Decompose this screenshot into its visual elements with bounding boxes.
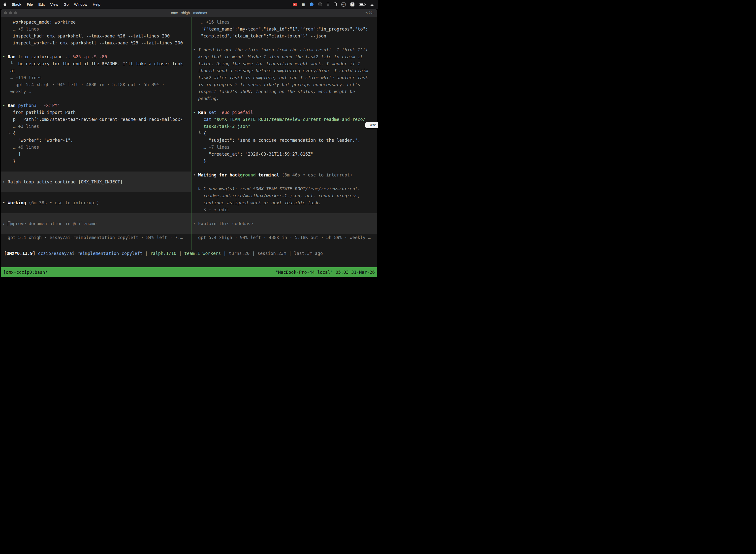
terminal-line: at (1, 67, 191, 74)
terminal-text (193, 117, 203, 122)
menu-file[interactable]: File (24, 2, 36, 6)
device-icon[interactable] (334, 2, 336, 6)
terminal-line (1, 165, 191, 171)
terminal-text: … +110 lines (2, 75, 42, 80)
terminal-text: … +16 lines (193, 19, 230, 24)
menu-go[interactable]: Go (61, 2, 71, 6)
terminal-text: weekly … (2, 89, 31, 94)
terminal-text: last:3m ago (294, 251, 323, 256)
terminal-text: p = Path('.omx/state/team/review-current… (2, 117, 183, 122)
window-title: omx --xhigh --madmax (1, 9, 377, 17)
terminal-line: tasks/task-2.json" (191, 123, 377, 130)
terminal-text: "created_at": "2026-03-31T11:59:27.816Z" (193, 152, 313, 157)
terminal-line (191, 102, 377, 109)
terminal-line: [OMX#0.11.9] cczip/essay/ai-reimplementa… (2, 250, 377, 257)
terminal-text: [OMX#0.11.9] (4, 251, 38, 256)
terminal-line: • I need to get the claim token from the… (191, 46, 377, 53)
terminal-text: turns:20 (229, 251, 250, 256)
terminal-line: task2 after task1 is complete, but can I… (191, 74, 377, 81)
window-shortcut-badge: ⌥⌘1 (365, 9, 374, 17)
terminal-line: … +3 lines (1, 123, 191, 130)
terminal-text: should send a message before completing … (193, 68, 368, 73)
terminal-text: continue assigned work or next feasible … (193, 200, 321, 205)
terminal-text: inspect task2's JSON, focusing on the st… (193, 89, 355, 94)
terminal-text: | (142, 251, 150, 256)
terminal-line: └ { (1, 130, 191, 137)
terminal-text: ] (2, 152, 21, 157)
terminal-line: } (191, 158, 377, 165)
terminal-line: └ be necessary for the end of the README… (1, 60, 191, 67)
window-titlebar[interactable]: × omx --xhigh --madmax ⌥⌘1 (1, 9, 377, 17)
terminal-text: … +9 lines (2, 145, 39, 150)
input-source-icon[interactable]: A (351, 2, 355, 6)
menu-help[interactable]: Help (90, 2, 103, 6)
terminal-text: ⌥ + ↑ edit (193, 207, 230, 212)
menubar: SlackFileEditViewGoWindowHelp ▦ ⠿ 61 A (0, 0, 378, 9)
terminal-text: set (208, 110, 219, 115)
terminal-text: from pathlib import Path (2, 110, 76, 115)
blue-app-icon[interactable] (310, 2, 314, 6)
terminal-text: task2 after task1 is complete, but can I… (193, 75, 368, 80)
terminal-text: └ (2, 131, 13, 136)
terminal-line: inspect task2's JSON, focusing on the st… (191, 88, 377, 95)
terminal-text: └ (193, 131, 203, 136)
terminal-text: pending. (193, 96, 219, 101)
terminal-line: … +110 lines (1, 74, 191, 81)
menu-window[interactable]: Window (71, 2, 90, 6)
tmux-session-label: [omx-cczip0:bash* (3, 270, 48, 275)
terminal-text: • (2, 103, 8, 108)
terminal-text: gpt-5.4 xhigh · 94% left · 488K in · 5.1… (193, 235, 371, 240)
terminal-text: python3 (18, 103, 39, 108)
terminal-text: ralph:1/10 (150, 251, 176, 256)
terminal-line: weekly … (1, 88, 191, 95)
terminal-text: Working (8, 200, 28, 205)
menu-edit[interactable]: Edit (36, 2, 47, 6)
terminal-text: (3m 46s • esc to interrupt) (279, 172, 353, 177)
battery-icon[interactable] (359, 3, 365, 6)
terminal-text: … +7 lines (193, 145, 230, 150)
percent-badge-icon[interactable]: 61 (341, 2, 346, 7)
terminal-line (1, 171, 191, 178)
terminal-text: readme-and-reco/mailbox/worker-1.json, a… (193, 193, 360, 198)
terminal-text: is in progress? It seems likely but perh… (193, 82, 360, 87)
terminal-line (191, 40, 377, 46)
terminal-line: "worker": "worker-1", (1, 137, 191, 144)
terminal-line: cat "$OMX_TEAM_STATE_ROOT/team/review-cu… (191, 116, 377, 123)
terminal-pane-right[interactable]: … +16 lines '{"team_name":"my-team","tas… (191, 17, 377, 250)
terminal-text: tasks/task-2.json" (193, 124, 251, 129)
terminal-text: tmux (18, 54, 31, 59)
terminal-text: Ralph loop active continue [OMX_TMUX_INJ… (8, 179, 123, 184)
terminal-text: (6m 38s • esc to interrupt) (28, 200, 99, 205)
dark-circle-icon[interactable] (318, 2, 322, 6)
screen-recording-indicator-icon[interactable] (293, 3, 297, 6)
terminal-text: gpt-5.4 xhigh · essay/ai-reimplementatio… (2, 235, 183, 240)
wifi-icon[interactable] (370, 3, 375, 6)
terminal-text: } (193, 159, 206, 164)
menu-items: SlackFileEditViewGoWindowHelp (9, 0, 103, 9)
terminal-text: ↳ 1 new msg(s): read $OMX_TEAM_STATE_ROO… (193, 186, 360, 191)
terminal-line (1, 95, 191, 102)
terminal-text: be necessary for the end of the README. … (18, 61, 183, 66)
prompt-input[interactable]: › Improve documentation in @filename (1, 220, 191, 227)
terminal-text: } (2, 159, 16, 164)
terminal-text: › (2, 179, 8, 184)
terminal-text: • (193, 47, 198, 52)
terminal-text: mprove documentation in @filename (10, 221, 97, 226)
prompt-input[interactable]: › Explain this codebase (191, 220, 377, 227)
terminal-line: • Ran tmux capture-pane -t %25 -p -S -80 (1, 53, 191, 60)
terminal-text: "completed","claim_token":"claim-token"}… (193, 34, 326, 39)
terminal-text: team:1 workers (184, 251, 221, 256)
menu-view[interactable]: View (47, 2, 61, 6)
terminal-text: › (193, 221, 198, 226)
terminal-text: { (203, 131, 206, 136)
menu-slack[interactable]: Slack (9, 2, 24, 6)
apple-menu-icon[interactable] (3, 2, 7, 7)
terminal-line: • Ran set -euo pipefail (191, 109, 377, 116)
terminal-line: "subject": "send a concise recommendatio… (191, 137, 377, 144)
terminal-text: cat (203, 117, 214, 122)
terminal-line (191, 165, 377, 171)
terminal-pane-left[interactable]: workspace_mode: worktree … +9 lines insp… (1, 17, 191, 250)
dots-grid-icon[interactable]: ⠿ (327, 2, 329, 7)
tiles-icon[interactable]: ▦ (302, 2, 305, 7)
terminal-line: is in progress? It seems likely but perh… (191, 81, 377, 88)
